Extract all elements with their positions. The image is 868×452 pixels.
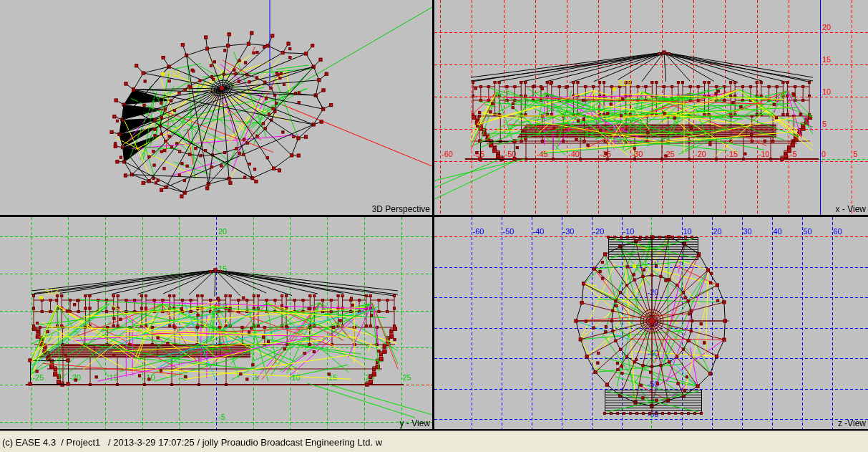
viewport-label-x: x - View xyxy=(836,204,866,214)
viewport-x-view[interactable]: x - View xyxy=(434,0,868,215)
y-view-canvas[interactable] xyxy=(0,217,432,429)
viewport-3d-perspective[interactable]: 3D Perspective xyxy=(0,0,432,215)
viewport-label-3d: 3D Perspective xyxy=(372,204,430,214)
perspective-canvas[interactable] xyxy=(0,0,432,215)
ease-main-window: 3D Perspective x - View y - View z -View… xyxy=(0,0,868,452)
status-bar: (c) EASE 4.3 / Project1 / 2013-3-29 17:0… xyxy=(0,431,868,452)
viewport-label-z: z -View xyxy=(838,418,866,428)
viewport-z-view[interactable]: z -View xyxy=(434,217,868,429)
x-view-canvas[interactable] xyxy=(434,0,868,215)
viewport-label-y: y - View xyxy=(400,418,430,428)
viewport-y-view[interactable]: y - View xyxy=(0,217,432,429)
status-bar-text: (c) EASE 4.3 / Project1 / 2013-3-29 17:0… xyxy=(2,437,382,448)
z-view-canvas[interactable] xyxy=(434,217,868,429)
